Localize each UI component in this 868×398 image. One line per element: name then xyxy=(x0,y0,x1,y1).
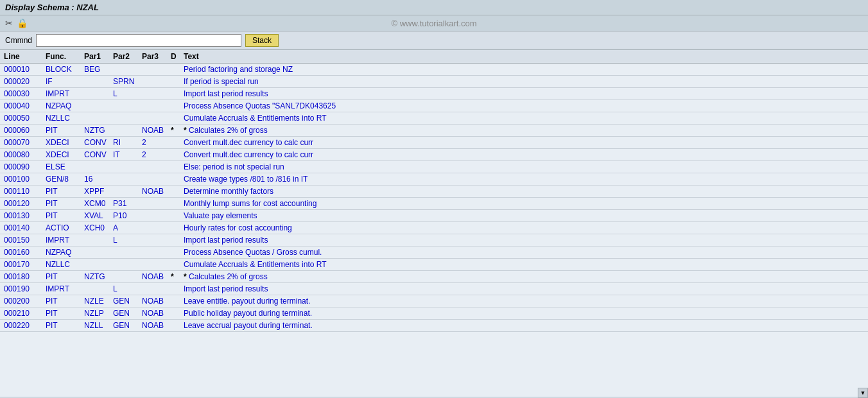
cell-func: NZPAQ xyxy=(44,247,83,257)
table-row[interactable]: 000170NZLLCCumulate Accruals & Entitleme… xyxy=(0,259,868,271)
table-row[interactable]: 000180PITNZTGNOAB** Calculates 2% of gro… xyxy=(0,271,868,283)
cell-par1: 16 xyxy=(83,174,112,184)
cell-line: 000150 xyxy=(3,235,44,245)
cell-par3 xyxy=(141,223,169,233)
table-row[interactable]: 000140ACTIOXCH0AHourly rates for cost ac… xyxy=(0,222,868,234)
cell-par1: CONV xyxy=(83,137,112,148)
cell-func: PIT xyxy=(44,272,83,282)
cell-text: Else: period is not special run xyxy=(182,162,865,172)
cell-par1: XCM0 xyxy=(83,198,112,209)
cell-par2: L xyxy=(112,284,141,294)
cell-func: PIT xyxy=(44,211,83,221)
table-row[interactable]: 000050NZLLCCumulate Accruals & Entitleme… xyxy=(0,112,868,125)
cell-par2: P10 xyxy=(112,211,141,221)
cell-par1 xyxy=(83,89,112,99)
cell-line: 000160 xyxy=(3,247,44,257)
table-row[interactable]: 000040NZPAQProcess Absence Quotas "SANL7… xyxy=(0,100,868,112)
cell-func: NZLLC xyxy=(44,259,83,270)
table-row[interactable]: 000010BLOCKBEGPeriod factoring and stora… xyxy=(0,64,868,76)
cell-text: Import last period results xyxy=(182,284,865,294)
cell-par1 xyxy=(83,162,112,172)
table-row[interactable]: 000110PITXPPFNOABDetermine monthly facto… xyxy=(0,186,868,198)
cell-par2: GEN xyxy=(112,308,141,318)
cell-d: * xyxy=(169,272,182,282)
cell-func: PIT xyxy=(44,198,83,209)
cell-text: Determine monthly factors xyxy=(182,186,865,196)
table-row[interactable]: 000070XDECICONVRI2Convert mult.dec curre… xyxy=(0,137,868,149)
cell-line: 000020 xyxy=(3,76,44,87)
cell-line: 000070 xyxy=(3,137,44,148)
cell-par3 xyxy=(141,259,169,270)
cell-d xyxy=(169,186,182,196)
cell-text: Hourly rates for cost accounting xyxy=(182,223,865,233)
cell-par1: BEG xyxy=(83,64,112,74)
table-row[interactable]: 000220PITNZLLGENNOABLeave accrual payout… xyxy=(0,320,868,332)
table-row[interactable]: 000090ELSEElse: period is not special ru… xyxy=(0,161,868,173)
table-row[interactable]: 000150IMPRTLImport last period results xyxy=(0,234,868,247)
cell-par3: NOAB xyxy=(141,320,169,331)
cell-par3 xyxy=(141,64,169,74)
cell-func: PIT xyxy=(44,125,83,135)
table-row[interactable]: 000200PITNZLEGENNOABLeave entitle. payou… xyxy=(0,295,868,307)
cell-text: Import last period results xyxy=(182,89,865,99)
cell-line: 000030 xyxy=(3,89,44,99)
cell-line: 000170 xyxy=(3,259,44,270)
cell-d xyxy=(169,308,182,318)
cell-par1: XCH0 xyxy=(83,223,112,233)
table-body: 000010BLOCKBEGPeriod factoring and stora… xyxy=(0,64,868,332)
command-bar: Cmmnd Stack xyxy=(0,31,868,50)
cell-par2 xyxy=(112,259,141,270)
table-row[interactable]: 000060PITNZTGNOAB** Calculates 2% of gro… xyxy=(0,125,868,137)
cell-par2: L xyxy=(112,235,141,245)
cell-d xyxy=(169,198,182,209)
cell-line: 000100 xyxy=(3,174,44,184)
cell-par3: 2 xyxy=(141,137,169,148)
table-row[interactable]: 000020IFSPRNIf period is special run xyxy=(0,76,868,88)
table-row[interactable]: 000160NZPAQProcess Absence Quotas / Gros… xyxy=(0,247,868,259)
cell-func: PIT xyxy=(44,296,83,306)
cell-func: IF xyxy=(44,76,83,87)
cell-d xyxy=(169,211,182,221)
cell-par1: XPPF xyxy=(83,186,112,196)
cell-line: 000190 xyxy=(3,284,44,294)
header-par2: Par2 xyxy=(112,51,141,62)
cell-text: Leave entitle. payout during terminat. xyxy=(182,296,865,306)
cell-par2: P31 xyxy=(112,198,141,209)
table-row[interactable]: 000080XDECICONVIT2Convert mult.dec curre… xyxy=(0,149,868,161)
cell-func: GEN/8 xyxy=(44,174,83,184)
scrollbar-down[interactable]: ▼ xyxy=(858,388,868,397)
cell-par1: NZLP xyxy=(83,308,112,318)
cell-d xyxy=(169,247,182,257)
cell-par2 xyxy=(112,272,141,282)
cell-par3: NOAB xyxy=(141,296,169,306)
cell-line: 000130 xyxy=(3,211,44,221)
command-input[interactable] xyxy=(36,34,241,47)
cell-par2 xyxy=(112,64,141,74)
table-row[interactable]: 000130PITXVALP10Valuate pay elements xyxy=(0,210,868,222)
table-row[interactable]: 000190IMPRTLImport last period results xyxy=(0,283,868,295)
stack-button[interactable]: Stack xyxy=(245,34,279,47)
table-row[interactable]: 000100GEN/816Create wage types /801 to /… xyxy=(0,173,868,186)
table-row[interactable]: 000210PITNZLPGENNOABPublic holiday payou… xyxy=(0,307,868,320)
table-row[interactable]: 000030IMPRTLImport last period results xyxy=(0,88,868,100)
cell-par1 xyxy=(83,76,112,87)
scissors-icon[interactable]: ✂ xyxy=(5,18,13,28)
cell-par1 xyxy=(83,259,112,270)
cell-line: 000220 xyxy=(3,320,44,331)
cell-par3 xyxy=(141,174,169,184)
cell-text: Leave accrual payout during terminat. xyxy=(182,320,865,331)
cell-line: 000120 xyxy=(3,198,44,209)
cell-func: BLOCK xyxy=(44,64,83,74)
lock-icon[interactable]: 🔒 xyxy=(17,18,28,28)
cell-par1: NZTG xyxy=(83,272,112,282)
cell-text: Valuate pay elements xyxy=(182,211,865,221)
table-row[interactable]: 000120PITXCM0P31Monthly lump sums for co… xyxy=(0,198,868,210)
cell-func: NZPAQ xyxy=(44,101,83,111)
cell-text: Period factoring and storage NZ xyxy=(182,64,865,74)
cell-text: Convert mult.dec currency to calc curr xyxy=(182,137,865,148)
cell-par3 xyxy=(141,198,169,209)
header-par1: Par1 xyxy=(83,51,112,62)
cell-d xyxy=(169,76,182,87)
cell-line: 000110 xyxy=(3,186,44,196)
cell-d xyxy=(169,223,182,233)
